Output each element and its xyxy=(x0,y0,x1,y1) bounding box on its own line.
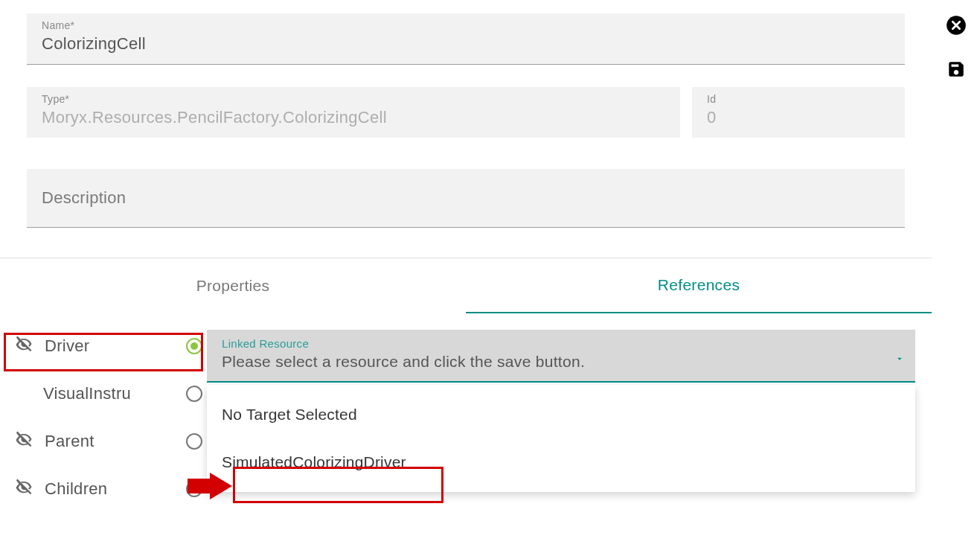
type-field: Type* Moryx.Resources.PencilFactory.Colo… xyxy=(27,87,680,138)
name-value: ColorizingCell xyxy=(42,34,890,54)
id-value: 0 xyxy=(707,108,890,127)
radio-unselected[interactable] xyxy=(186,481,202,497)
reference-item-driver[interactable]: Driver xyxy=(9,322,207,370)
dropdown-option-label: No Target Selected xyxy=(222,406,357,423)
dropdown-option-label: SimulatedColorizingDriver xyxy=(222,453,406,470)
dropdown-option-no-target[interactable]: No Target Selected xyxy=(207,391,915,438)
id-label: Id xyxy=(707,93,890,105)
tab-references[interactable]: References xyxy=(466,258,932,313)
radio-unselected[interactable] xyxy=(186,386,202,402)
reference-item-children[interactable]: Children xyxy=(9,465,207,513)
id-field: Id 0 xyxy=(692,87,905,138)
linked-resource-select[interactable]: Linked Resource Please select a resource… xyxy=(207,330,915,383)
reference-item-label: Children xyxy=(45,479,176,499)
reference-list: Driver VisualInstru Parent Children xyxy=(0,313,207,513)
save-button[interactable] xyxy=(947,60,966,82)
description-label: Description xyxy=(42,188,890,208)
linked-resource-area: Linked Resource Please select a resource… xyxy=(207,313,932,513)
radio-selected[interactable] xyxy=(186,338,202,354)
tab-references-label: References xyxy=(658,276,740,294)
radio-unselected[interactable] xyxy=(186,433,202,450)
description-field[interactable]: Description xyxy=(27,169,905,228)
type-label: Type* xyxy=(42,93,665,105)
visibility-off-icon xyxy=(13,333,34,359)
reference-item-parent[interactable]: Parent xyxy=(9,418,207,465)
dropdown-option-simulated-driver[interactable]: SimulatedColorizingDriver xyxy=(207,438,915,486)
linked-resource-placeholder: Please select a resource and click the s… xyxy=(222,353,900,371)
reference-item-label: Driver xyxy=(45,336,176,356)
linked-resource-label: Linked Resource xyxy=(222,337,900,350)
action-bar xyxy=(932,0,980,559)
header-form: Name* ColorizingCell Type* Moryx.Resourc… xyxy=(0,0,932,228)
tab-properties-label: Properties xyxy=(196,277,270,295)
save-icon xyxy=(947,60,966,79)
reference-item-label: VisualInstru xyxy=(43,384,176,403)
name-field[interactable]: Name* ColorizingCell xyxy=(27,13,905,65)
chevron-down-icon xyxy=(894,354,905,367)
reference-item-label: Parent xyxy=(45,432,176,451)
tab-bar: Properties References xyxy=(0,258,932,313)
type-value: Moryx.Resources.PencilFactory.Colorizing… xyxy=(42,108,665,127)
visibility-off-icon xyxy=(13,476,34,502)
tab-properties[interactable]: Properties xyxy=(0,258,466,313)
name-label: Name* xyxy=(42,19,890,31)
close-icon xyxy=(946,15,967,36)
linked-resource-dropdown: No Target Selected SimulatedColorizingDr… xyxy=(207,385,915,492)
close-button[interactable] xyxy=(946,15,967,39)
visibility-off-icon xyxy=(13,429,34,454)
reference-item-visualinstru[interactable]: VisualInstru xyxy=(9,370,207,418)
